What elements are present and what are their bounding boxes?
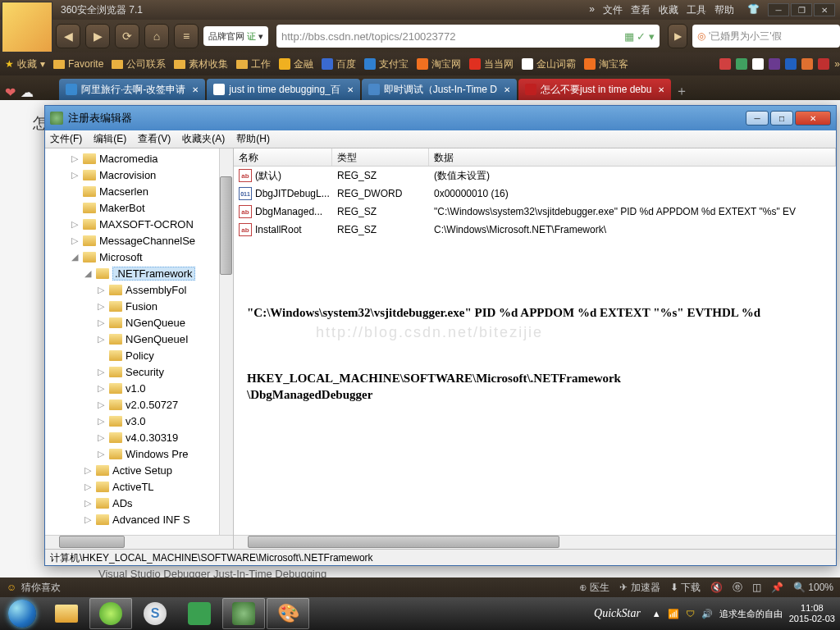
download-button[interactable]: ⬇ 下载 (670, 581, 701, 595)
pin-icon[interactable]: 📌 (771, 582, 783, 593)
value-row[interactable]: ab(默认)REG_SZ(数值未设置) (234, 167, 836, 185)
scrollbar-vertical[interactable] (219, 148, 233, 535)
mute-icon[interactable]: 🔇 (710, 582, 723, 593)
tree-item[interactable]: ▷ADs (45, 495, 233, 511)
tab[interactable]: just in time debugging_百✕ (207, 79, 359, 100)
value-row[interactable]: abDbgManaged...REG_SZ"C:\Windows\system3… (234, 203, 836, 221)
menu-more[interactable]: » (589, 3, 595, 17)
tab-active[interactable]: 怎么不要just in time debu✕ (518, 79, 671, 100)
regedit-menu-edit[interactable]: 编辑(E) (94, 132, 126, 146)
task-regedit[interactable] (222, 598, 265, 629)
tree-item[interactable]: ▷AssemblyFol (45, 281, 233, 298)
regedit-tree[interactable]: ▷Macromedia▷MacrovisionMacserlenMakerBot… (45, 148, 234, 549)
tree-item[interactable]: ▷Security (45, 363, 233, 380)
avatar[interactable] (2, 2, 52, 52)
search-input[interactable]: ◎ '已婚男为小三'假 (692, 25, 840, 48)
regedit-menu-help[interactable]: 帮助(H) (236, 132, 270, 146)
tab-heart-icon[interactable]: ❤ (5, 84, 16, 100)
tree-item[interactable]: ▷Windows Pre (45, 445, 233, 462)
system-tray[interactable]: QuickStar ▲ 📶 🛡 🔊 追求生命的自由 11:08 2015-02-… (594, 603, 840, 624)
task-paint[interactable]: 🎨 (267, 598, 309, 629)
regedit-maximize[interactable]: □ (770, 111, 793, 126)
url-go[interactable]: ▶ (668, 24, 687, 48)
back-button[interactable]: ◀ (56, 24, 80, 48)
close-icon[interactable]: ✕ (347, 85, 354, 94)
bookmark-item[interactable]: 当当网 (469, 57, 514, 71)
tree-item[interactable]: ▷v3.0 (45, 413, 233, 429)
col-name[interactable]: 名称 (234, 148, 332, 166)
col-type[interactable]: 类型 (332, 148, 429, 166)
tree-item[interactable]: ▷v2.0.50727 (45, 396, 233, 413)
tree-item[interactable]: ▷MessageChannelSe (45, 232, 233, 249)
tray-sound-icon[interactable]: 🔊 (701, 609, 713, 619)
task-explorer[interactable] (45, 598, 88, 629)
brand-badge[interactable]: 品牌官网 证▾ (203, 26, 268, 46)
smiley-icon[interactable]: ☺ (7, 582, 16, 593)
close-icon[interactable]: ✕ (192, 85, 199, 94)
value-row[interactable]: 011DbgJITDebugL...REG_DWORD0x00000010 (1… (234, 185, 836, 203)
task-app-green[interactable] (178, 598, 221, 629)
tab[interactable]: 阿里旅行·去啊-改签申请✕ (59, 79, 205, 100)
ie-mode-icon[interactable]: ⓔ (733, 581, 742, 595)
bookmark-item[interactable]: 支付宝 (364, 57, 409, 71)
tree-item[interactable]: ◢.NETFramework (45, 265, 233, 281)
url-input[interactable]: http://bbs.csdn.net/topics/210023772 ▦ ✓… (276, 25, 660, 48)
forward-button[interactable]: ▶ (85, 24, 110, 48)
minimize-button[interactable]: ─ (768, 3, 789, 16)
new-tab-button[interactable]: ＋ (673, 82, 691, 100)
task-360browser[interactable] (89, 598, 132, 629)
start-button[interactable] (0, 597, 44, 630)
tree-item[interactable]: ▷Active Setup (45, 462, 233, 478)
close-button[interactable]: ✕ (814, 3, 835, 16)
value-row[interactable]: abInstallRootREG_SZC:\Windows\Microsoft.… (234, 221, 836, 239)
regedit-menu-fav[interactable]: 收藏夹(A) (182, 132, 225, 146)
tree-item[interactable]: Macserlen (45, 183, 233, 199)
regedit-close[interactable]: ✕ (795, 111, 831, 126)
regedit-menu-view[interactable]: 查看(V) (138, 132, 171, 146)
bookmark-item[interactable]: 金山词霸 (522, 57, 576, 71)
tree-item[interactable]: ▷Advanced INF S (45, 511, 233, 527)
tray-net-icon[interactable]: 📶 (668, 609, 679, 619)
bookmark-item[interactable]: 公司联系 (112, 57, 166, 71)
close-icon[interactable]: ✕ (504, 85, 510, 94)
tree-item[interactable]: ▷ActiveTL (45, 478, 233, 495)
accel-button[interactable]: ✈ 加速器 (619, 581, 660, 595)
menu-view[interactable]: 查看 (631, 3, 651, 17)
tree-item[interactable]: ▷v1.0 (45, 380, 233, 396)
tray-up-icon[interactable]: ▲ (652, 609, 661, 619)
home-button[interactable]: ⌂ (144, 24, 169, 48)
task-sogou[interactable]: S (134, 598, 176, 629)
bookmark-item[interactable]: Favorite (53, 58, 103, 70)
tree-item[interactable]: ▷MAXSOFT-OCRON (45, 216, 233, 232)
split-icon[interactable]: ◫ (752, 582, 761, 593)
fav-button[interactable]: ★收藏 ▾ (5, 57, 45, 71)
tray-shield-icon[interactable]: 🛡 (686, 609, 695, 619)
refresh-button[interactable]: ⟳ (115, 24, 139, 48)
tree-item[interactable]: ▷NGenQueue (45, 314, 233, 331)
tree-item[interactable]: ▷Macrovision (45, 167, 233, 183)
regedit-titlebar[interactable]: 注册表编辑器 ─ □ ✕ (45, 106, 836, 130)
tree-item[interactable]: ▷Fusion (45, 298, 233, 314)
bookmark-item[interactable]: 工作 (236, 57, 271, 71)
restore-button[interactable]: ❐ (791, 3, 812, 16)
menu-file[interactable]: 文件 (603, 3, 623, 17)
menu-tools[interactable]: 工具 (687, 3, 706, 17)
close-icon[interactable]: ✕ (658, 85, 664, 94)
tree-item[interactable]: ▷v4.0.30319 (45, 429, 233, 445)
tree-item[interactable]: Policy (45, 347, 233, 363)
tray-clock[interactable]: 11:08 2015-02-03 (789, 603, 835, 624)
tree-item[interactable]: ◢Microsoft (45, 249, 233, 265)
bookmark-item[interactable]: 素材收集 (174, 57, 228, 71)
bookmark-item[interactable]: 淘宝客 (584, 57, 628, 71)
hamburger-button[interactable]: ≡ (174, 24, 199, 48)
bookmark-item[interactable]: 金融 (279, 57, 313, 71)
tab[interactable]: 即时调试（Just-In-Time D✕ (362, 79, 517, 100)
tab-cloud-icon[interactable]: ☁ (21, 84, 34, 100)
scrollbar-horizontal[interactable] (45, 535, 233, 549)
quickstar-label[interactable]: QuickStar (594, 607, 641, 620)
status-left[interactable]: 猜你喜欢 (21, 581, 61, 595)
skin-icon[interactable]: 👕 (747, 3, 760, 17)
bookmark-item[interactable]: 淘宝网 (417, 57, 461, 71)
regedit-minimize[interactable]: ─ (746, 111, 769, 126)
col-data[interactable]: 数据 (429, 148, 836, 166)
